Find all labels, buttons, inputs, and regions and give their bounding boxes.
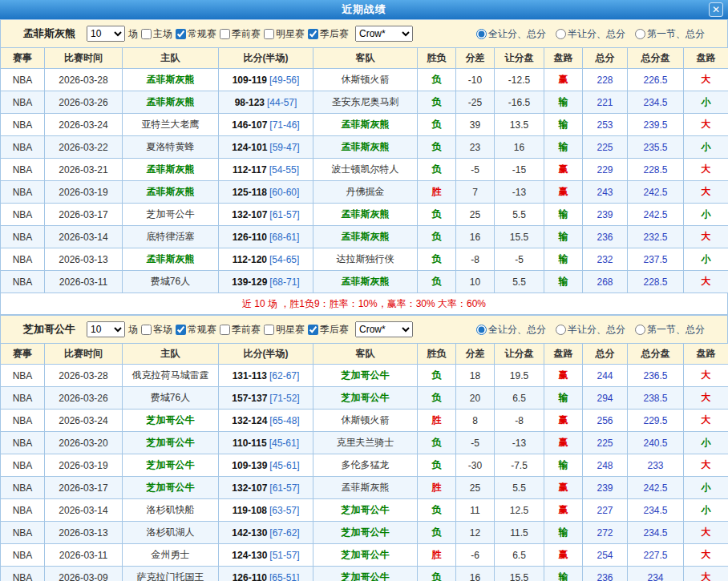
checkbox-preseason[interactable]: 季前赛	[220, 323, 261, 337]
radio-full-handicap-total[interactable]: 全让分、总分	[476, 27, 546, 41]
halftime-score: [51-57]	[269, 550, 299, 561]
cell-total-line: 234.5	[628, 91, 684, 114]
table-row: NBA 2026-03-21 孟菲斯灰熊 112-117[54-55] 波士顿凯…	[1, 159, 728, 181]
cell-league: NBA	[1, 226, 45, 248]
close-icon[interactable]: ✕	[709, 2, 723, 17]
full-score: 124-101	[232, 142, 267, 153]
allstar-checkbox[interactable]	[264, 29, 274, 39]
first-quarter-total-radio[interactable]	[635, 325, 645, 335]
cell-away-team: 孟菲斯灰熊	[313, 204, 418, 226]
full-handicap-total-radio[interactable]	[476, 29, 487, 39]
checkbox-preseason[interactable]: 季前赛	[220, 27, 261, 41]
radio-full-handicap-total[interactable]: 全让分、总分	[476, 323, 546, 337]
cell-point-diff: 16	[456, 567, 495, 581]
cell-date: 2026-03-26	[45, 387, 123, 410]
regular-season-checkbox[interactable]	[176, 29, 186, 39]
cell-total-result: 小	[684, 432, 728, 454]
cell-total-points: 254	[583, 544, 628, 567]
cell-away-team: 芝加哥公牛	[313, 522, 418, 544]
halftime-score: [61-57]	[269, 209, 299, 220]
halftime-score: [67-62]	[269, 527, 299, 539]
cell-total-points: 236	[583, 226, 628, 248]
cell-point-diff: 7	[456, 181, 495, 204]
team-name: 芝加哥公牛	[23, 322, 75, 337]
preseason-checkbox[interactable]	[220, 29, 230, 39]
table-row: NBA 2026-03-13 洛杉矶湖人 142-130[67-62] 芝加哥公…	[1, 522, 728, 544]
radio-label: 全让分、总分	[488, 27, 546, 41]
cell-handicap-result: 赢	[544, 544, 583, 567]
games-count-select[interactable]: 10	[87, 321, 125, 337]
cell-away-team: 孟菲斯灰熊	[313, 136, 418, 159]
radio-half-handicap-total[interactable]: 半让分、总分	[556, 323, 625, 337]
cell-total-line: 228.5	[628, 159, 684, 181]
odds-type-radios: 全让分、总分 半让分、总分 第一节、总分	[476, 27, 719, 41]
cell-home-team: 芝加哥公牛	[123, 432, 219, 454]
allstar-checkbox[interactable]	[264, 325, 274, 335]
cell-total-result: 小	[684, 477, 728, 499]
cell-league: NBA	[1, 365, 45, 387]
cell-handicap-line: -7.5	[495, 454, 544, 477]
cell-win-loss: 负	[418, 226, 456, 248]
cell-total-result: 大	[684, 69, 728, 91]
header-row: 赛事 比赛时间 主队 比分(半场) 客队 胜负 分差 让分盘 盘路 总分 总分盘…	[1, 344, 728, 365]
radio-first-quarter-total[interactable]: 第一节、总分	[635, 323, 705, 337]
col-header-diff: 分差	[456, 344, 495, 365]
cell-league: NBA	[1, 454, 45, 477]
cell-league: NBA	[1, 410, 45, 432]
full-score: 119-108	[233, 505, 267, 516]
games-count-select[interactable]: 10	[87, 26, 125, 42]
odds-source-select[interactable]: Crow*	[355, 321, 413, 337]
cell-score: 132-124[65-48]	[219, 410, 313, 432]
playoffs-checkbox[interactable]	[308, 29, 318, 39]
cell-total-line: 228.5	[628, 271, 684, 293]
playoffs-checkbox[interactable]	[308, 325, 318, 335]
cell-total-line: 242.5	[628, 181, 684, 204]
checkbox-allstar[interactable]: 明星赛	[264, 323, 305, 337]
away-games-checkbox[interactable]	[141, 325, 152, 335]
first-quarter-total-radio[interactable]	[635, 29, 645, 39]
checkbox-home-games[interactable]: 主场	[141, 27, 172, 41]
preseason-checkbox[interactable]	[220, 325, 230, 335]
cell-date: 2026-03-26	[45, 91, 123, 114]
cell-home-team: 夏洛特黄蜂	[123, 136, 219, 159]
col-header-total-line: 总分盘	[628, 344, 684, 365]
checkbox-regular-season[interactable]: 常规赛	[176, 323, 216, 337]
cell-league: NBA	[1, 544, 45, 567]
checkbox-label: 季前赛	[232, 27, 261, 41]
radio-half-handicap-total[interactable]: 半让分、总分	[556, 27, 625, 41]
checkbox-allstar[interactable]: 明星赛	[264, 27, 305, 41]
odds-source-select[interactable]: Crow*	[355, 26, 413, 42]
cell-away-team: 芝加哥公牛	[313, 544, 418, 567]
checkbox-playoffs[interactable]: 季后赛	[308, 323, 349, 337]
home-games-checkbox[interactable]	[141, 29, 152, 39]
full-score: 139-129	[232, 276, 267, 288]
cell-total-line: 234	[628, 567, 684, 581]
checkbox-away-games[interactable]: 客场	[141, 323, 172, 337]
checkbox-regular-season[interactable]: 常规赛	[176, 27, 216, 41]
cell-total-result: 小	[684, 204, 728, 226]
halftime-score: [54-65]	[269, 254, 299, 265]
cell-handicap-line: -12.5	[495, 69, 544, 91]
cell-handicap-result: 输	[544, 136, 583, 159]
panel-title: 近期战绩	[342, 2, 386, 17]
half-handicap-total-radio[interactable]	[556, 325, 566, 335]
title-bar: 近期战绩 ✕	[0, 0, 728, 19]
full-handicap-total-radio[interactable]	[476, 325, 487, 335]
radio-first-quarter-total[interactable]: 第一节、总分	[635, 27, 705, 41]
checkbox-playoffs[interactable]: 季后赛	[308, 27, 349, 41]
cell-league: NBA	[1, 181, 45, 204]
half-handicap-total-radio[interactable]	[556, 29, 566, 39]
odds-type-radios: 全让分、总分 半让分、总分 第一节、总分	[476, 323, 719, 337]
cell-handicap-result: 输	[544, 567, 583, 581]
regular-season-checkbox[interactable]	[176, 325, 186, 335]
table-row: NBA 2026-03-13 孟菲斯灰熊 112-120[54-65] 达拉斯独…	[1, 248, 728, 271]
halftime-score: [60-60]	[269, 187, 299, 198]
cell-score: 132-107[61-57]	[219, 204, 313, 226]
cell-total-points: 256	[583, 410, 628, 432]
cell-date: 2026-03-09	[45, 567, 123, 581]
cell-handicap-line: 15.5	[495, 226, 544, 248]
cell-score: 126-110[65-51]	[219, 567, 313, 581]
cell-league: NBA	[1, 136, 45, 159]
recent-results-panel: 近期战绩 ✕ 孟菲斯灰熊 10 场 主场 常规赛 季前赛 明星赛 季后赛 Cro…	[0, 0, 728, 581]
team-name: 孟菲斯灰熊	[23, 26, 75, 41]
